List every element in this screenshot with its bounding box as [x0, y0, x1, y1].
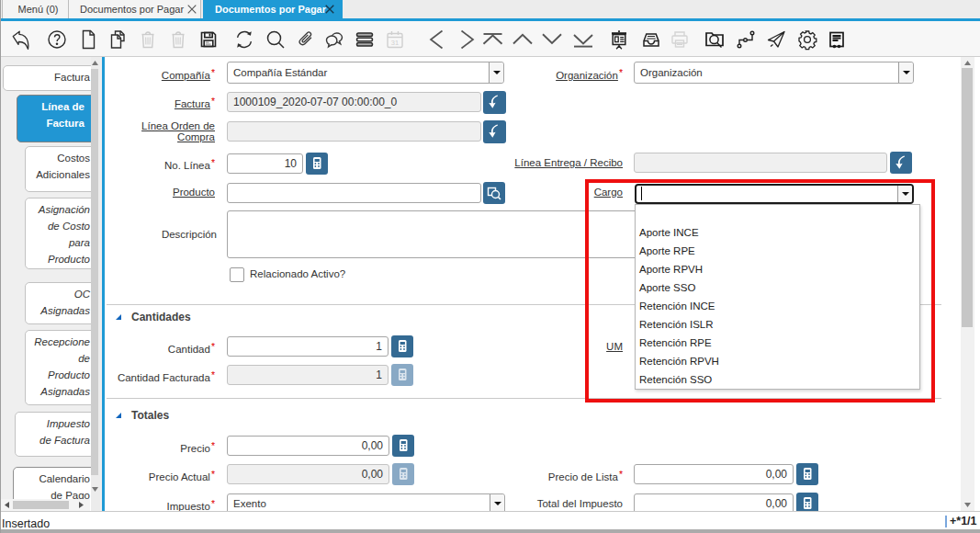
svg-text:31: 31 [391, 39, 399, 47]
